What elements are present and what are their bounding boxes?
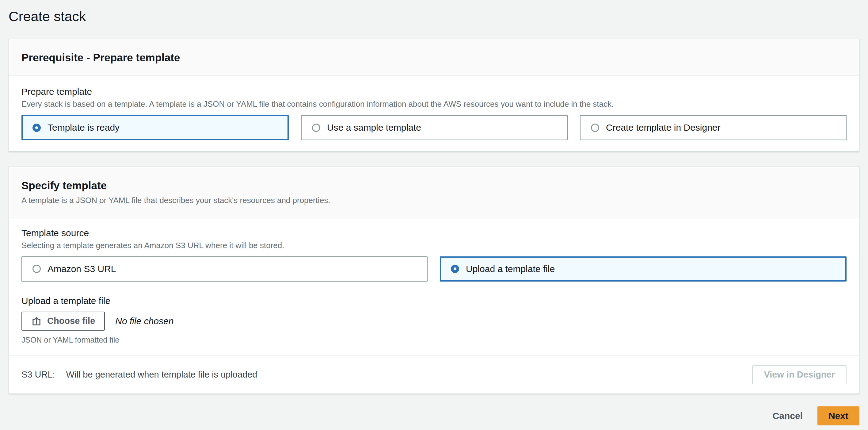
- prepare-template-label: Prepare template: [22, 86, 846, 97]
- create-stack-page: Create stack Prerequisite - Prepare temp…: [0, 0, 868, 425]
- view-in-designer-button[interactable]: View in Designer: [752, 365, 846, 384]
- radio-icon: [32, 123, 41, 132]
- option-label: Use a sample template: [327, 122, 421, 133]
- radio-icon: [591, 123, 599, 132]
- s3-url-label: S3 URL:: [22, 370, 55, 380]
- page-title: Create stack: [8, 0, 860, 29]
- prepare-template-options: Template is ready Use a sample template …: [22, 115, 846, 140]
- specify-template-card-subtitle: A template is a JSON or YAML file that d…: [22, 196, 846, 205]
- file-status-text: No file chosen: [115, 316, 174, 326]
- option-template-is-ready[interactable]: Template is ready: [22, 115, 289, 140]
- option-use-sample-template[interactable]: Use a sample template: [301, 115, 568, 140]
- specify-template-card-title: Specify template: [22, 179, 846, 192]
- template-source-options: Amazon S3 URL Upload a template file: [22, 256, 846, 282]
- specify-template-card: Specify template A template is a JSON or…: [8, 167, 860, 394]
- specify-template-card-body: Template source Selecting a template gen…: [9, 218, 859, 355]
- prerequisite-card-header: Prerequisite - Prepare template: [9, 39, 859, 76]
- option-create-template-in-designer[interactable]: Create template in Designer: [580, 115, 846, 140]
- s3-url-value: Will be generated when template file is …: [66, 370, 257, 380]
- wizard-actions: Cancel Next: [8, 406, 860, 425]
- template-source-description: Selecting a template generates an Amazon…: [22, 241, 846, 250]
- option-label: Upload a template file: [466, 264, 555, 274]
- specify-template-card-header: Specify template A template is a JSON or…: [9, 167, 859, 217]
- file-constraint-text: JSON or YAML formatted file: [22, 336, 846, 344]
- radio-icon: [312, 123, 320, 132]
- upload-icon: [31, 316, 42, 326]
- radio-icon: [32, 265, 41, 273]
- s3-url-row: S3 URL: Will be generated when template …: [22, 370, 257, 380]
- option-label: Create template in Designer: [606, 122, 720, 133]
- upload-template-file-label: Upload a template file: [22, 296, 846, 306]
- next-button[interactable]: Next: [817, 406, 860, 425]
- option-label: Template is ready: [48, 122, 120, 133]
- specify-template-card-footer: S3 URL: Will be generated when template …: [9, 355, 859, 394]
- choose-file-button[interactable]: Choose file: [22, 312, 105, 331]
- template-source-label: Template source: [22, 228, 846, 238]
- radio-icon: [451, 265, 459, 273]
- cancel-button[interactable]: Cancel: [773, 411, 803, 421]
- option-upload-template-file[interactable]: Upload a template file: [440, 256, 846, 282]
- prepare-template-description: Every stack is based on a template. A te…: [22, 99, 846, 109]
- option-label: Amazon S3 URL: [48, 264, 116, 274]
- option-amazon-s3-url[interactable]: Amazon S3 URL: [22, 256, 428, 282]
- prerequisite-card-title: Prerequisite - Prepare template: [22, 52, 846, 64]
- choose-file-button-label: Choose file: [47, 316, 95, 326]
- prerequisite-card-body: Prepare template Every stack is based on…: [9, 76, 859, 151]
- prerequisite-card: Prerequisite - Prepare template Prepare …: [8, 39, 860, 152]
- choose-file-row: Choose file No file chosen: [22, 312, 846, 331]
